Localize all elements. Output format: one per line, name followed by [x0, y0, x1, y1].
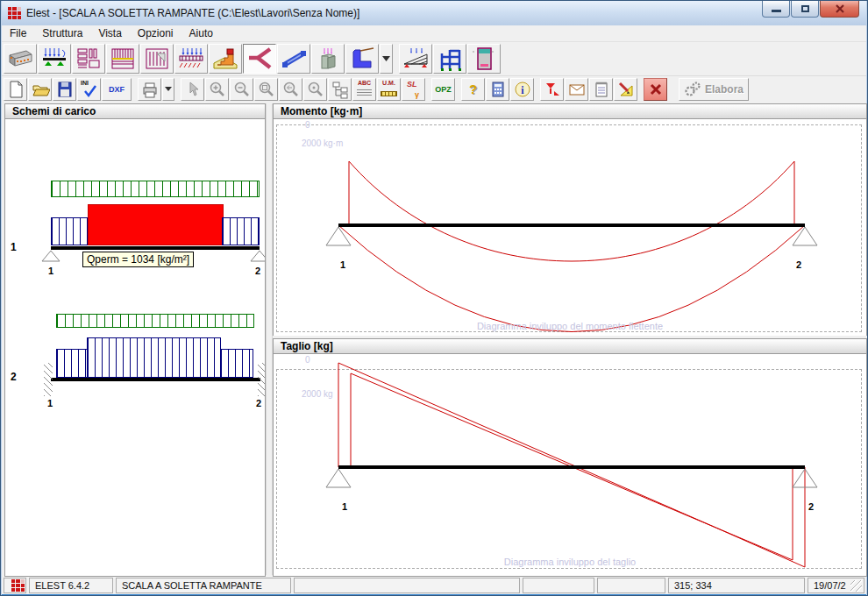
moment-diagram — [274, 119, 865, 336]
gamma-label: γ — [415, 90, 419, 99]
open-button[interactable] — [28, 78, 52, 101]
toolbar-pilastro-button[interactable] — [311, 44, 345, 74]
menu-item-aiuto[interactable]: Aiuto — [181, 26, 221, 40]
toolbar-scala-rampante-button[interactable] — [243, 44, 276, 74]
relazione-button[interactable] — [565, 78, 588, 101]
sl-label: SL — [407, 80, 417, 89]
support-pin-left-icon — [326, 227, 351, 245]
node-label: 2 — [256, 398, 261, 408]
elabora-label: Elabora — [705, 83, 743, 96]
support-pin-right-icon — [793, 227, 817, 245]
toolbar-standard: INI DXF — [2, 75, 866, 102]
app-logo-icon — [11, 579, 25, 592]
shear-envelope-max-line — [338, 363, 805, 567]
print-button[interactable] — [138, 78, 161, 101]
tree-view-button[interactable] — [328, 78, 352, 101]
envelope-icon — [567, 80, 587, 99]
info-button[interactable]: i — [510, 78, 534, 101]
main-area: Schemi di carico 1 1 2 Qperm = 1034 [kg/… — [2, 102, 866, 577]
calculator-button[interactable] — [486, 78, 509, 101]
stepped-load-right — [220, 349, 253, 378]
toolbar-telaio-button[interactable] — [433, 44, 466, 74]
zoom-extents-button[interactable] — [303, 78, 327, 101]
computo-button[interactable] — [589, 78, 613, 101]
zoom-extents-icon — [306, 80, 325, 99]
diagrammi-button[interactable] — [540, 78, 564, 101]
open-folder-icon — [31, 80, 50, 99]
scala-icon — [212, 46, 238, 71]
toolbar-scala-button[interactable] — [209, 44, 242, 74]
taglio-panel-body: 0 2000 kg 1 2 Diagramma inviluppo del ta… — [274, 354, 866, 576]
stepped-load-left — [56, 349, 88, 378]
node-label: 1 — [48, 266, 53, 276]
taglio-panel-header: Taglio [kg] — [274, 339, 866, 354]
print-dropdown[interactable] — [162, 78, 174, 101]
toolbar-pianta-travetti-button[interactable] — [106, 44, 139, 74]
help-button[interactable]: ? — [461, 78, 485, 101]
minimize-button[interactable] — [762, 1, 790, 18]
toolbar-pianta-solaio-button[interactable] — [140, 44, 174, 74]
elabora-button[interactable]: Elabora — [679, 78, 749, 101]
toolbar-muro-button[interactable] — [345, 44, 379, 74]
zoom-in-icon — [208, 80, 227, 99]
telaio-icon — [437, 46, 463, 71]
menu-item-opzioni[interactable]: Opzioni — [130, 26, 181, 40]
capriata-icon — [402, 46, 429, 71]
status-empty-3 — [597, 578, 665, 593]
testi-button[interactable]: ABC — [352, 78, 376, 101]
toolbar-sezione-button[interactable] — [467, 44, 501, 74]
shear-envelope-right-verticals — [793, 467, 805, 567]
zoom-in-button[interactable] — [205, 78, 229, 101]
sezione-icon — [471, 46, 497, 71]
status-version: ELEST 6.4.2 — [29, 578, 113, 593]
app-window: Elest - [SCALA A SOLETTA RAMPANTE (C:\El… — [0, 0, 868, 596]
status-logo — [4, 578, 26, 593]
menu-item-file[interactable]: File — [2, 26, 34, 40]
pan-button[interactable] — [181, 78, 204, 101]
verifica-button[interactable] — [614, 78, 637, 101]
ini-save-button[interactable]: INI — [77, 78, 101, 101]
toolbar-trave-inclinata-button[interactable] — [277, 44, 310, 74]
menu-item-struttura[interactable]: Struttura — [34, 26, 90, 40]
zoom-window-button[interactable] — [254, 78, 278, 101]
node-label: 1 — [47, 398, 53, 408]
opzioni-button[interactable]: OPZ — [431, 78, 455, 101]
close-project-button[interactable] — [644, 78, 667, 101]
abc-label: ABC — [353, 80, 375, 86]
shear-diagram — [274, 354, 865, 576]
save-button[interactable] — [53, 78, 76, 101]
node-label: 2 — [808, 501, 814, 512]
shear-envelope-left-verticals — [338, 363, 351, 467]
save-floppy-icon — [55, 80, 75, 99]
diagram-arrow-icon — [543, 80, 562, 99]
toolbar-structures-dropdown[interactable] — [380, 44, 393, 74]
unita-misura-button[interactable]: U.M. — [377, 78, 401, 101]
dxf-icon: DXF — [109, 85, 125, 94]
help-icon: ? — [469, 82, 477, 96]
diagram-caption: Diagramma inviluppo del momento flettent… — [274, 321, 866, 331]
pencil-triangle-icon — [616, 80, 636, 99]
new-button[interactable] — [4, 78, 27, 101]
chevron-down-icon — [164, 86, 173, 92]
status-empty-1 — [294, 578, 520, 593]
toolbar-carichi-button[interactable] — [174, 44, 208, 74]
toolbar-solaio-button[interactable] — [4, 44, 37, 74]
node-label: 1 — [340, 259, 345, 270]
restore-button[interactable] — [791, 1, 819, 18]
close-button[interactable] — [820, 1, 859, 18]
toolbar-capriata-button[interactable] — [399, 44, 432, 74]
permanent-load-hatch-left — [51, 217, 89, 245]
vertical-splitter[interactable] — [266, 103, 273, 575]
status-empty-2 — [523, 578, 594, 593]
toolbar-trave-button[interactable] — [38, 44, 71, 74]
dxf-export-button[interactable]: DXF — [102, 78, 132, 101]
zoom-out-button[interactable] — [230, 78, 253, 101]
stati-limite-button[interactable]: SL γ — [402, 78, 425, 101]
toolbar-pianta-travi-button[interactable] — [72, 44, 105, 74]
resize-grip[interactable] — [850, 580, 862, 592]
menu-item-vista[interactable]: Vista — [90, 26, 129, 40]
zoom-previous-button[interactable] — [279, 78, 302, 101]
hierarchy-icon — [331, 80, 350, 99]
taglio-panel: Taglio [kg] 0 2000 kg 1 2 Diagramma invi… — [273, 338, 867, 577]
ramp-load-red — [88, 204, 224, 245]
